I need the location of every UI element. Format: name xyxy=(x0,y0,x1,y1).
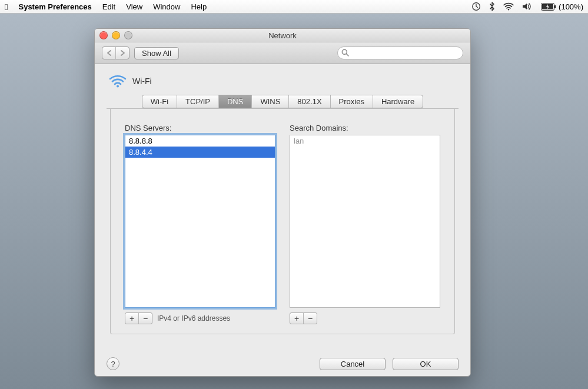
svg-point-1 xyxy=(508,9,509,10)
toolbar: Show All xyxy=(95,42,470,64)
dns-server-row[interactable]: 8.8.8.8 xyxy=(125,135,275,147)
bluetooth-icon[interactable] xyxy=(489,2,495,11)
menu-edit[interactable]: Edit xyxy=(102,2,115,11)
search-input[interactable] xyxy=(337,46,463,59)
dns-servers-list[interactable]: 8.8.8.88.8.4.4 xyxy=(125,135,275,308)
tab-wins[interactable]: WINS xyxy=(252,95,289,108)
search-domain-row[interactable]: lan xyxy=(290,135,440,147)
svg-rect-3 xyxy=(554,5,556,8)
cancel-button[interactable]: Cancel xyxy=(320,358,386,370)
tab-proxies[interactable]: Proxies xyxy=(331,95,373,108)
tab-tcpip[interactable]: TCP/IP xyxy=(177,95,219,108)
svg-line-6 xyxy=(347,54,349,56)
svg-point-7 xyxy=(117,85,119,88)
battery-icon[interactable]: (100%) xyxy=(541,2,583,11)
back-button[interactable] xyxy=(102,47,115,59)
dns-tab-panel: DNS Servers: 8.8.8.88.8.4.4 + − IPv4 or … xyxy=(110,108,455,334)
tab-dns[interactable]: DNS xyxy=(219,95,252,108)
wifi-service-icon xyxy=(109,72,127,90)
search-domains-list[interactable]: lan xyxy=(290,135,440,308)
tab-bar: Wi-FiTCP/IPDNSWINS802.1XProxiesHardware xyxy=(107,95,459,108)
add-dns-button[interactable]: + xyxy=(125,313,138,324)
add-domain-button[interactable]: + xyxy=(290,313,303,324)
battery-label: (100%) xyxy=(559,2,583,11)
forward-button[interactable] xyxy=(115,47,129,59)
timemachine-icon[interactable] xyxy=(471,2,481,11)
volume-icon[interactable] xyxy=(522,2,533,11)
dns-server-row[interactable]: 8.8.4.4 xyxy=(125,147,275,158)
remove-domain-button[interactable]: − xyxy=(303,313,317,324)
help-button[interactable]: ? xyxy=(107,357,119,370)
dns-servers-label: DNS Servers: xyxy=(125,124,275,132)
apple-menu[interactable]:  xyxy=(5,2,8,11)
tab-8021x[interactable]: 802.1X xyxy=(289,95,330,108)
menu-bar:  System Preferences Edit View Window He… xyxy=(0,0,588,14)
wifi-icon[interactable] xyxy=(503,2,514,11)
tab-hardware[interactable]: Hardware xyxy=(373,95,423,108)
menu-view[interactable]: View xyxy=(126,2,142,11)
remove-dns-button[interactable]: − xyxy=(138,313,152,324)
title-bar[interactable]: Network xyxy=(95,29,470,42)
service-name: Wi-Fi xyxy=(132,77,152,86)
ok-button[interactable]: OK xyxy=(393,358,459,370)
dns-hint: IPv4 or IPv6 addresses xyxy=(157,314,230,322)
window-title: Network xyxy=(95,31,470,40)
tab-wifi[interactable]: Wi-Fi xyxy=(142,95,177,108)
search-domains-label: Search Domains: xyxy=(290,124,440,132)
menu-window[interactable]: Window xyxy=(153,2,180,11)
search-icon xyxy=(341,49,349,58)
nav-buttons xyxy=(102,46,129,59)
menu-help[interactable]: Help xyxy=(191,2,207,11)
show-all-button[interactable]: Show All xyxy=(134,47,179,59)
network-window: Network Show All xyxy=(94,28,471,377)
app-menu[interactable]: System Preferences xyxy=(18,2,91,11)
